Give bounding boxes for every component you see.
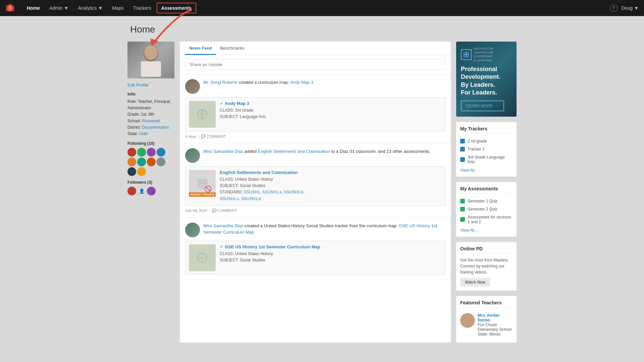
nav-right: ? Doug ▼ <box>610 4 639 12</box>
standard-link[interactable]: SSUSH1.a <box>262 190 282 194</box>
assessment-item[interactable]: Semester 2 Quiz <box>460 205 513 213</box>
user-menu[interactable]: Doug ▼ <box>622 5 639 11</box>
help-button[interactable]: ? <box>610 4 618 12</box>
profile-photo <box>127 42 174 78</box>
nav-item-maps[interactable]: Maps <box>108 3 127 13</box>
assessment-item[interactable]: Assessment for sections 1 and 2 <box>460 213 513 226</box>
verified-icon: ✓ <box>220 244 223 249</box>
follower-avatar[interactable] <box>137 148 146 157</box>
follower-avatar[interactable] <box>127 158 136 166</box>
nav-item-trackers[interactable]: Trackers <box>129 3 155 13</box>
svg-rect-18 <box>467 52 469 54</box>
tab-news-feed[interactable]: News Feed <box>185 42 216 55</box>
teacher-info: Mrs. Amber Denbo Fox Chase Elementary Sc… <box>478 313 513 337</box>
feed-item: Mr. Doug Roberts created a curriculum ma… <box>180 74 451 143</box>
state-link[interactable]: Utah <box>139 131 148 136</box>
feed-user-link[interactable]: Miss Samantha Diaz <box>203 223 243 228</box>
nav-item-analytics[interactable]: Analytics ▼ <box>74 3 107 13</box>
follower-avatar[interactable] <box>157 158 165 166</box>
content-grid: Edit Profile Info Role: Teacher, Princip… <box>127 42 517 343</box>
comment-link[interactable]: 💬 COMMENT <box>212 208 237 213</box>
follower-avatar[interactable] <box>127 187 136 195</box>
follower-avatar[interactable] <box>127 148 136 157</box>
nav-item-home[interactable]: Home <box>23 3 44 13</box>
svg-rect-19 <box>464 55 466 57</box>
online-pd-heading: Online PD <box>460 246 513 254</box>
standard-link[interactable]: SSUSH1.c <box>220 196 239 201</box>
logo[interactable] <box>5 3 15 13</box>
online-pd-section: Online PD Get the most from Mastery Conn… <box>456 242 517 291</box>
feed-item-text: Miss Samantha Diaz added English Settlem… <box>203 148 430 163</box>
teacher-name[interactable]: Mrs. Amber Denbo <box>478 313 513 322</box>
teacher-state: State: Illinois <box>478 332 513 337</box>
district-link[interactable]: Documentation <box>142 125 169 130</box>
assessments-view-all[interactable]: View All... <box>460 228 513 233</box>
following-heading: Following (10) <box>127 141 174 146</box>
feed-card-info: ✓ GSE US History 1st Semester Curriculum… <box>220 244 442 271</box>
online-pd-description: Get the most from Mastery Connect by wat… <box>460 257 513 275</box>
watch-now-button[interactable]: Watch Now <box>460 278 490 287</box>
follower-avatar[interactable] <box>137 158 146 166</box>
feed-user-link[interactable]: Miss Samantha Diaz <box>203 149 243 154</box>
followers-heading: Followers (3) <box>127 180 174 185</box>
teacher-school: Fox Chase Elementary School <box>478 322 513 332</box>
feed-card-meta: CLASS: United States History SUBJECT: So… <box>220 176 442 202</box>
feed-item-text: Miss Samantha Diaz created a United Stat… <box>203 223 445 237</box>
follower-avatar[interactable] <box>127 167 136 176</box>
promo-title: ProfessionalDevelopment.By Leaders.For L… <box>461 65 512 97</box>
tracker-item[interactable]: Tracker 1 <box>460 145 513 153</box>
feed-target-link[interactable]: Andy Map 3 <box>290 80 313 85</box>
follower-avatar[interactable] <box>137 167 146 176</box>
promo-logo-text: INSTRUCTORCENTER FORLEADERSHIP& LEARNING <box>474 47 493 63</box>
following-section: Following (10) <box>127 141 174 176</box>
feed-item: Miss Samantha Diaz added English Settlem… <box>180 143 451 218</box>
feed-card-thumb <box>189 101 216 128</box>
learn-more-button[interactable]: LEARN MORE → <box>461 101 504 111</box>
follower-avatar[interactable] <box>147 187 156 195</box>
info-heading: Info <box>127 92 174 97</box>
standard-link[interactable]: SSUSH1.b <box>284 190 303 194</box>
follower-avatar[interactable] <box>147 148 156 157</box>
share-update-input[interactable] <box>185 59 445 70</box>
promo-logo: INSTRUCTORCENTER FORLEADERSHIP& LEARNING <box>461 47 512 63</box>
feed-card: ✓ Andy Map 3 CLASS: 3rd Grade SUBJECT: L… <box>185 97 445 131</box>
trackers-view-all[interactable]: View All... <box>460 168 513 173</box>
follower-avatar[interactable] <box>157 148 165 157</box>
feed-avatar <box>185 223 200 237</box>
card-title-link[interactable]: GSE US History 1st Semester Curriculum M… <box>225 244 320 249</box>
feed-card: 🚫 DISTRICT PRIVATE English Settlements a… <box>185 166 445 206</box>
feed-item-footer: July 08, 2024 | 💬 COMMENT <box>185 208 445 213</box>
nav-item-admin[interactable]: Admin ▼ <box>45 3 73 13</box>
assessment-item[interactable]: Semester 1 Quiz <box>460 197 513 205</box>
school-link[interactable]: Roosevelt <box>142 119 160 123</box>
tracker-item[interactable]: 2 nd grade <box>460 137 513 145</box>
card-title-link[interactable]: Andy Map 3 <box>225 101 249 106</box>
feed-target-link[interactable]: English Settlements and Colonization <box>258 149 330 154</box>
nav-item-assessments[interactable]: Assessments <box>157 3 196 13</box>
svg-rect-5 <box>141 61 161 77</box>
edit-profile-link[interactable]: Edit Profile <box>127 82 174 87</box>
tracker-item[interactable]: 3rd Grade Language Arts <box>460 153 513 166</box>
profile-info: Info Role: Teacher, Principal, Administr… <box>127 92 174 137</box>
feed-user-link[interactable]: Mr. Doug Roberts <box>203 80 237 85</box>
comment-link[interactable]: 💬 COMMENT <box>201 134 226 138</box>
feed-card-title: English Settlements and Colonization <box>220 170 442 175</box>
standard-link[interactable]: SSUSH1.d <box>241 196 261 201</box>
follower-avatar[interactable] <box>147 158 156 166</box>
assessment-icon <box>460 217 465 222</box>
promo-card: INSTRUCTORCENTER FORLEADERSHIP& LEARNING… <box>456 42 517 117</box>
follower-avatar[interactable]: 👤 <box>137 187 146 195</box>
tracker-icon <box>460 147 465 152</box>
feed-card-info: English Settlements and Colonization CLA… <box>220 170 442 202</box>
profile-column: Edit Profile Info Role: Teacher, Princip… <box>127 42 174 343</box>
card-title-link[interactable]: English Settlements and Colonization <box>220 170 298 175</box>
standard-link[interactable]: SSUSH1 <box>244 190 260 194</box>
my-assessments-heading: My Assessments <box>460 186 513 194</box>
feed-card-info: ✓ Andy Map 3 CLASS: 3rd Grade SUBJECT: L… <box>220 101 442 128</box>
tab-benchmarks[interactable]: Benchmarks <box>216 42 248 55</box>
my-trackers-section: My Trackers 2 nd grade Tracker 1 3rd Gra… <box>456 122 517 177</box>
featured-teacher: Mrs. Amber Denbo Fox Chase Elementary Sc… <box>460 311 513 339</box>
feed-card-meta: CLASS: United States History SUBJECT: So… <box>220 251 442 263</box>
share-update-bar <box>180 55 451 74</box>
feed-item-header: Mr. Doug Roberts created a curriculum ma… <box>185 79 445 94</box>
